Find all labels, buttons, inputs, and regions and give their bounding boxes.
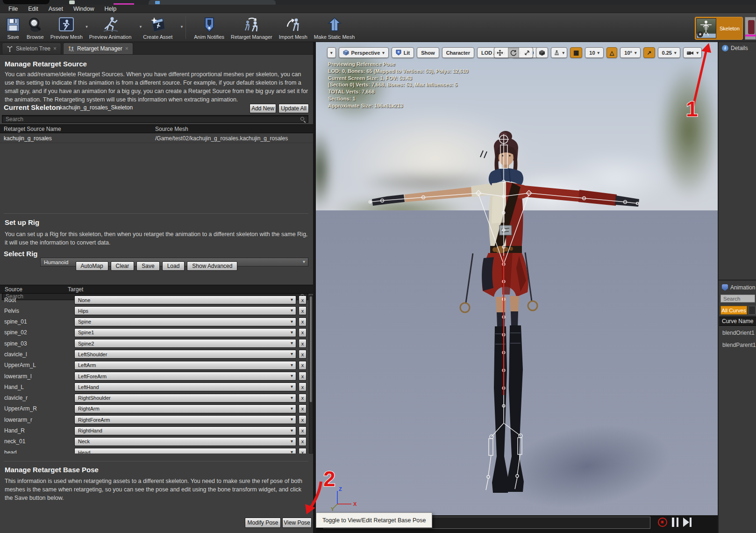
preview-mesh-button[interactable]: Preview Mesh ▾ [47,13,86,42]
clear-mapping-button[interactable]: x [299,361,307,370]
clear-mapping-button[interactable]: x [299,372,307,381]
step-forward-button[interactable] [683,518,692,527]
rotation-snap-toggle[interactable]: △ [606,47,617,58]
move-tool-icon[interactable] [494,47,506,58]
column-header-mesh[interactable]: Source Mesh [155,126,188,132]
anim-notifies-button[interactable]: Anim Notifies [191,13,228,42]
character-menu-button[interactable]: Character [442,47,474,58]
clear-mapping-button[interactable]: x [299,415,307,424]
update-all-button[interactable]: Update All [278,104,309,113]
show-advanced-button[interactable]: Show Advanced [187,261,237,271]
menu-item[interactable]: Asset [43,5,68,13]
target-bone-dropdown[interactable]: RightForeArm ▾ [74,415,296,424]
clear-mapping-button[interactable]: x [299,404,307,413]
target-bone-dropdown[interactable]: Hips ▾ [74,306,296,315]
search-input[interactable] [2,115,308,122]
grid-snap-toggle[interactable]: ▦ [570,47,582,58]
tab-details[interactable]: i Details [719,42,756,54]
load-button[interactable]: Load [162,261,185,271]
table-row[interactable]: kachujin_g_rosales /Game/test02/kachujin… [0,134,313,143]
curve-filter-extra-button[interactable] [749,306,756,315]
browse-button[interactable]: Browse [23,13,47,42]
lit-mode-button[interactable]: Lit [392,47,414,58]
target-bone-dropdown[interactable]: LeftHand ▾ [74,382,296,391]
save-button[interactable]: Save [3,13,23,42]
curve-name-column-header[interactable]: Curve Name [719,317,756,326]
asset-switcher-mesh-button[interactable] [745,17,756,40]
clear-mapping-button[interactable]: x [299,350,307,359]
clear-mapping-button[interactable]: x [299,437,307,446]
target-bone-dropdown[interactable]: Head ▾ [74,448,296,454]
all-curves-filter-button[interactable]: All Curves [720,306,747,315]
clear-mapping-button[interactable]: x [299,394,307,403]
target-bone-dropdown[interactable]: RightHand ▾ [74,426,296,435]
coordinate-system-button[interactable] [536,47,548,58]
scale-snap-value-button[interactable]: 0.25▾ [658,47,681,58]
target-bone-dropdown[interactable]: Spine2 ▾ [74,339,296,348]
pause-button[interactable] [672,518,678,527]
asset-switcher-skeleton-button[interactable]: ★ Skeleton [695,17,743,40]
curve-list-item[interactable]: blendOrient1 [719,327,756,339]
add-new-button[interactable]: Add New [250,104,276,113]
rotate-tool-icon[interactable] [508,47,519,58]
tab-animation[interactable]: Animation [719,281,756,294]
target-bone-dropdown[interactable]: RightShoulder ▾ [74,394,296,403]
menu-item[interactable]: File [3,5,23,13]
clear-mapping-button[interactable]: x [299,339,307,348]
clear-mapping-button[interactable]: x [299,295,307,304]
tab-skeleton-tree[interactable]: Skeleton Tree × [2,43,61,54]
chevron-down-icon[interactable]: ▾ [181,24,183,29]
import-mesh-button[interactable]: Import Mesh [276,13,311,42]
viewport-options-button[interactable]: ▾ [327,47,336,58]
curve-search-input[interactable]: Search [720,295,755,303]
perspective-button[interactable]: Perspective ▾ [339,47,389,58]
record-button[interactable] [658,518,667,527]
retarget-manager-button[interactable]: Retarget Manager [228,13,276,42]
preview-animation-button[interactable]: Preview Animation ▾ [86,13,140,42]
target-bone-dropdown[interactable]: Neck ▾ [74,437,296,446]
clear-button[interactable]: Clear [111,261,135,271]
menu-item[interactable]: Window [68,5,99,13]
bone-table-scrollbar[interactable] [309,295,313,454]
clear-mapping-button[interactable]: x [299,306,307,315]
tab-retarget-manager[interactable]: Retarget Manager × [63,43,133,54]
menu-item[interactable]: Edit [23,5,43,13]
preview-viewport[interactable]: ▾ Perspective ▾ Lit Show Character LOD A… [316,42,718,533]
show-menu-button[interactable]: Show [417,47,439,58]
panel-splitter-horizontal[interactable] [719,280,756,281]
create-asset-button[interactable]: Create Asset ▾ [140,13,181,42]
target-bone-dropdown[interactable]: RightArm ▾ [74,404,296,413]
make-static-mesh-button[interactable]: Make Static Mesh [311,13,358,42]
clear-mapping-button[interactable]: x [299,382,307,391]
automap-button[interactable]: AutoMap [76,261,108,271]
clear-mapping-button[interactable]: x [299,448,307,454]
rotation-snap-value-button[interactable]: 10°▾ [620,47,641,58]
grid-snap-value-button[interactable]: 10▾ [585,47,604,58]
surface-snapping-button[interactable]: ▾ [551,47,567,58]
column-header-target[interactable]: Target [68,286,83,293]
target-bone-dropdown[interactable]: LeftShoulder ▾ [74,350,296,359]
target-bone-dropdown[interactable]: LeftArm ▾ [74,361,296,370]
close-icon[interactable]: × [125,45,128,52]
close-icon[interactable]: × [53,45,57,52]
scale-snap-toggle[interactable]: ↗ [643,47,655,58]
scrollbar-thumb[interactable] [310,296,312,402]
camera-speed-button[interactable]: ▾ [683,47,702,58]
curve-list-item[interactable]: blendParent1 [719,339,756,351]
save-rig-button[interactable]: Save [136,261,159,271]
preview-character-mesh[interactable] [361,126,688,515]
clear-mapping-button[interactable]: x [299,317,307,326]
modify-pose-button[interactable]: Modify Pose [245,518,281,528]
target-bone-dropdown[interactable]: Spine ▾ [74,317,296,326]
scale-tool-icon[interactable] [521,47,533,58]
target-bone-dropdown[interactable]: None ▾ [74,295,296,304]
retarget-source-search[interactable] [2,115,308,123]
view-pose-button[interactable]: View Pose [282,518,312,528]
clear-mapping-button[interactable]: x [299,328,307,337]
column-header-name[interactable]: Retarget Source Name [0,126,155,132]
target-bone-dropdown[interactable]: LeftForeArm ▾ [74,372,296,381]
clear-mapping-button[interactable]: x [299,426,307,435]
column-header-source[interactable]: Source [0,286,68,293]
target-bone-dropdown[interactable]: Spine1 ▾ [74,328,296,337]
menu-item[interactable]: Help [99,5,121,13]
